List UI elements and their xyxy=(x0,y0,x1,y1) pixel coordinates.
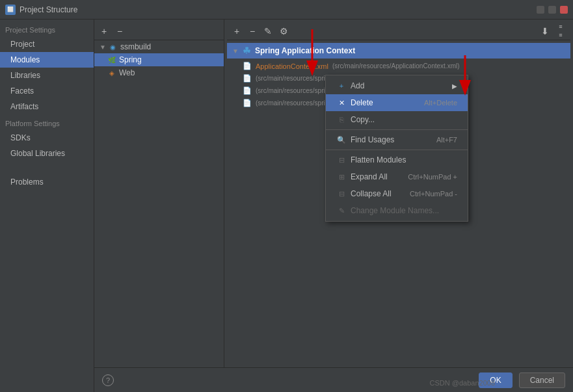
scroll-down-button[interactable]: ⬇ xyxy=(538,24,552,38)
xml-icon-3: 📄 xyxy=(243,99,252,107)
menu-item-change-names: ✎ Change Module Names... xyxy=(326,202,468,219)
sidebar-item-modules[interactable]: Modules xyxy=(0,52,94,68)
project-settings-header: Project Settings xyxy=(0,22,94,36)
flatten-label: Flatten Modules xyxy=(351,155,406,164)
sidebar-item-libraries[interactable]: Libraries xyxy=(0,68,94,83)
title-bar: ⬜ Project Structure xyxy=(0,0,573,20)
menu-item-expand-all[interactable]: ⊞ Expand All Ctrl+NumPad + xyxy=(326,168,468,185)
sidebar-item-project[interactable]: Project xyxy=(0,36,94,52)
window-controls xyxy=(537,6,568,14)
sidebar: Project Settings Project Modules Librari… xyxy=(0,20,94,392)
sidebar-item-problems[interactable]: Problems xyxy=(0,174,94,190)
collapse-menu-icon: ⊟ xyxy=(336,189,347,199)
menu-item-copy[interactable]: ⎘ Copy... xyxy=(326,111,468,128)
collapse-label: Collapse All xyxy=(351,189,392,198)
menu-item-add[interactable]: + Add ▶ xyxy=(326,77,468,94)
xml-icon-1: 📄 xyxy=(243,74,252,83)
spring-module-label: Spring xyxy=(119,55,142,64)
content-settings-button[interactable]: ⚙ xyxy=(276,24,291,38)
tree-remove-button[interactable]: − xyxy=(113,24,127,38)
sort-button[interactable]: ≡ xyxy=(553,23,568,31)
submenu-arrow: ▶ xyxy=(452,83,457,90)
module-icon: ◉ xyxy=(109,42,118,51)
tree-toolbar: + − xyxy=(94,22,224,40)
watermark-text: CSDN @daban2008 xyxy=(430,379,495,387)
add-label: Add xyxy=(351,81,364,90)
bottom-left: ? xyxy=(102,374,114,386)
tree-item-web[interactable]: ◈ Web xyxy=(94,66,224,79)
filepath-0: (src/main/resources/ApplicationContext.x… xyxy=(332,62,460,70)
right-panel: + − ▼ ◉ ssmbuild 🌿 Spring ◈ Web xyxy=(94,20,573,392)
find-menu-icon: 🔍 xyxy=(336,135,347,145)
module-name: ssmbuild xyxy=(120,42,151,51)
delete-shortcut: Alt+Delete xyxy=(424,99,457,107)
sidebar-item-facets[interactable]: Facets xyxy=(0,83,94,99)
tree-add-button[interactable]: + xyxy=(97,24,111,38)
expand-icon: ▼ xyxy=(100,44,106,51)
content-toolbar: + − ✎ ⚙ ⬇ ≡ ≡ xyxy=(227,22,570,40)
sidebar-item-sdks[interactable]: SDKs xyxy=(0,130,94,146)
menu-item-collapse-all[interactable]: ⊟ Collapse All Ctrl+NumPad - xyxy=(326,185,468,202)
filter-button[interactable]: ≡ xyxy=(553,31,568,39)
context-header: ▼ ☘ Spring Application Context xyxy=(227,43,570,59)
copy-label: Copy... xyxy=(351,115,375,124)
copy-menu-icon: ⎘ xyxy=(336,114,347,125)
context-menu: + Add ▶ ✕ Delete Alt+Delete xyxy=(325,75,468,222)
menu-item-find-usages[interactable]: 🔍 Find Usages Alt+F7 xyxy=(326,131,468,148)
sidebar-item-artifacts[interactable]: Artifacts xyxy=(0,99,94,114)
expand-menu-icon: ⊞ xyxy=(336,172,347,182)
content-add-button[interactable]: + xyxy=(230,24,244,38)
context-title: Spring Application Context xyxy=(255,46,355,55)
help-button[interactable]: ? xyxy=(102,374,114,386)
expand-shortcut: Ctrl+NumPad + xyxy=(408,173,457,181)
content-remove-button[interactable]: − xyxy=(245,24,260,38)
delete-label: Delete xyxy=(351,98,373,107)
tree-item-ssmbuild[interactable]: ▼ ◉ ssmbuild xyxy=(94,40,224,53)
platform-settings-header: Platform Settings xyxy=(0,114,94,130)
content-area: + − ✎ ⚙ ⬇ ≡ ≡ ▼ ☘ Spring Application Con… xyxy=(224,20,573,367)
tree-item-spring[interactable]: 🌿 Spring xyxy=(94,53,224,66)
expand-label: Expand All xyxy=(351,172,388,181)
find-label: Find Usages xyxy=(351,135,394,144)
menu-item-flatten[interactable]: ⊟ Flatten Modules xyxy=(326,151,468,168)
title-text: Project Structure xyxy=(20,5,77,14)
context-item-0[interactable]: 📄 ApplicationContext.xml (src/main/resou… xyxy=(227,60,570,72)
find-shortcut: Alt+F7 xyxy=(436,136,457,144)
flatten-menu-icon: ⊟ xyxy=(336,155,347,165)
content-edit-button[interactable]: ✎ xyxy=(261,24,275,38)
module-tree: + − ▼ ◉ ssmbuild 🌿 Spring ◈ Web xyxy=(94,20,224,367)
filename-0: ApplicationContext.xml xyxy=(256,62,328,70)
minimize-button[interactable] xyxy=(537,6,544,14)
main-container: Project Settings Project Modules Librari… xyxy=(0,20,573,392)
collapse-shortcut: Ctrl+NumPad - xyxy=(410,190,457,198)
spring-context-icon: ☘ xyxy=(243,46,251,56)
sidebar-item-global-libraries[interactable]: Global Libraries xyxy=(0,146,94,161)
context-expand-icon: ▼ xyxy=(232,47,239,55)
web-module-label: Web xyxy=(119,68,135,77)
menu-item-delete[interactable]: ✕ Delete Alt+Delete xyxy=(326,94,468,111)
xml-icon-0: 📄 xyxy=(243,62,252,70)
spring-icon: 🌿 xyxy=(107,55,116,64)
menu-separator-1 xyxy=(326,129,468,130)
close-button[interactable] xyxy=(560,6,568,14)
xml-icon-2: 📄 xyxy=(243,86,252,95)
add-menu-icon: + xyxy=(336,81,347,91)
cancel-button[interactable]: Cancel xyxy=(519,372,565,388)
menu-separator-2 xyxy=(326,150,468,150)
split-area: + − ▼ ◉ ssmbuild 🌿 Spring ◈ Web xyxy=(94,20,573,367)
maximize-button[interactable] xyxy=(548,6,556,14)
web-icon: ◈ xyxy=(107,68,116,77)
change-names-label: Change Module Names... xyxy=(351,206,439,215)
change-menu-icon: ✎ xyxy=(336,205,347,216)
bottom-bar: ? OK Cancel xyxy=(94,367,573,392)
app-icon: ⬜ xyxy=(5,5,16,15)
delete-menu-icon: ✕ xyxy=(336,98,347,108)
